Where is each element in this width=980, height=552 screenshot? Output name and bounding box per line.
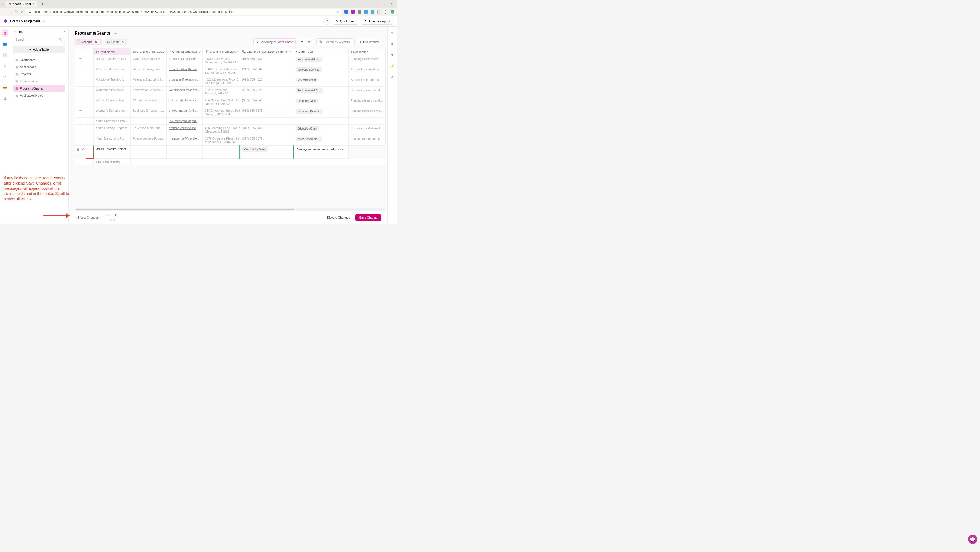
add-record-button[interactable]: + Add Record: [357, 39, 381, 45]
rail-edit-icon[interactable]: ✎: [2, 62, 8, 69]
col-granting-addr[interactable]: 📍 Granting organizati...⋯: [203, 48, 240, 56]
edit-type-cell[interactable]: Community Grant: [240, 145, 293, 159]
cell-addr[interactable]: 1802 Recovery Boulevard, SuSan Antonio, …: [203, 66, 240, 76]
table-row[interactable]: ⋯ Vocational Training for V... Veterans …: [75, 76, 386, 86]
table-item-applications[interactable]: ▦Applications: [13, 64, 65, 70]
row-more-icon[interactable]: ⋯: [75, 125, 86, 135]
back-button[interactable]: ←: [3, 10, 6, 14]
table-row[interactable]: ⋯ Youth Entrepreneurship I... incubator@…: [75, 118, 386, 125]
rail-tool-5-icon[interactable]: ✕: [389, 73, 396, 80]
star-icon[interactable]: ☆: [336, 10, 339, 14]
quick-view-button[interactable]: 👁 Quick View: [333, 18, 358, 25]
cell-org[interactable]: Freshwater Conservation...: [130, 86, 167, 97]
edit-org-cell[interactable]: Urban Forestry Project: [94, 145, 130, 159]
cell-phone[interactable]: (312) 555-8765: [240, 125, 293, 135]
cell-type[interactable]: Research Grant: [293, 97, 348, 107]
email-link[interactable]: entrepreneurship@busin...: [169, 109, 203, 112]
cell-addr[interactable]: 1579 Guidance Place, Suite 2Indianapolis…: [203, 135, 240, 145]
rail-tasks-icon[interactable]: ⟳: [2, 73, 8, 80]
row-checkbox[interactable]: [86, 107, 94, 118]
close-window-icon[interactable]: ×: [391, 2, 393, 6]
rail-tables-icon[interactable]: ▦: [2, 29, 8, 37]
prev-change-icon[interactable]: ‹: [75, 216, 76, 219]
cell-org[interactable]: Business Empowerment ...: [130, 107, 167, 118]
col-more-icon[interactable]: ⋯: [199, 50, 201, 53]
cell-email[interactable]: programs@veteranssupp...: [167, 76, 203, 86]
cell-phone[interactable]: (916) 555-1135: [240, 56, 293, 66]
cell-type[interactable]: Economic Develo...: [293, 107, 348, 118]
browser-tab[interactable]: ✱ Knack Builder ×: [6, 1, 37, 7]
cell-email[interactable]: research@globalbiodiver...: [167, 97, 203, 107]
extension-icon-1[interactable]: [345, 10, 348, 14]
cell-org[interactable]: Education First Foundation: [130, 125, 167, 135]
records-tab[interactable]: ☰ Records 59: [75, 39, 102, 45]
cell-desc[interactable]: Supporting mental health services and re…: [348, 66, 385, 76]
cell-email[interactable]: incubator@nextgenbusin...: [167, 118, 203, 125]
table-item-projects[interactable]: ▦Projects: [13, 71, 65, 77]
table-row[interactable]: ⋯ Urban Forestry Project Green Cities In…: [75, 56, 386, 66]
cell-addr[interactable]: [203, 118, 240, 125]
table-row[interactable]: ⋯ Watershed Protection Freshwater Conser…: [75, 86, 386, 97]
cell-grant-name[interactable]: Vocational Training for V...: [94, 76, 130, 86]
cell-type[interactable]: Veterans Service...: [293, 66, 348, 76]
cell-phone[interactable]: (317) 555-1579: [240, 135, 293, 145]
cell-type[interactable]: Veterans Grant: [293, 76, 348, 86]
sidebar-search-input[interactable]: Search 🔍: [13, 36, 65, 43]
cell-grant-name[interactable]: Youth Entrepreneurship I...: [94, 118, 130, 125]
col-more-icon[interactable]: ⋯: [345, 50, 347, 53]
discard-changes-button[interactable]: Discard Changes: [324, 214, 353, 221]
rail-tool-2-icon[interactable]: ≡: [389, 40, 396, 48]
cell-email[interactable]: mentalhealth@heroeshe...: [167, 66, 203, 76]
row-checkbox[interactable]: [86, 97, 94, 107]
table-row[interactable]: ⋯ Youth Mentorship Program Future Leader…: [75, 135, 386, 145]
col-grant-name[interactable]: ≡ Grant Name⋯: [94, 48, 130, 56]
cell-phone[interactable]: (303) 555-2345: [240, 97, 293, 107]
table-item-transactions[interactable]: ▦Transactions: [13, 78, 65, 85]
edit-email-cell[interactable]: [130, 145, 167, 159]
col-more-icon[interactable]: ⋯: [236, 50, 239, 53]
email-link[interactable]: programs@veteranssupp...: [169, 78, 203, 81]
extensions-icon[interactable]: ⊞: [377, 9, 381, 14]
row-checkbox[interactable]: [86, 125, 94, 135]
cell-phone[interactable]: (619) 555-4321: [240, 76, 293, 86]
cell-desc[interactable]: Supporting programs that assist veterans…: [348, 76, 385, 86]
cell-type[interactable]: Youth Developm...: [293, 135, 348, 145]
cell-grant-name[interactable]: Urban Forestry Project: [94, 56, 130, 66]
extension-icon-4[interactable]: [364, 10, 368, 14]
home-button[interactable]: ⌂: [21, 10, 23, 14]
email-link[interactable]: mentalhealth@heroeshe...: [169, 67, 203, 71]
edit-phone-cell[interactable]: [203, 145, 240, 159]
row-checkbox[interactable]: [86, 56, 94, 66]
close-tab-icon[interactable]: ×: [33, 2, 35, 6]
cell-grant-name[interactable]: Watershed Protection: [94, 86, 130, 97]
col-more-icon[interactable]: ⋯: [382, 50, 384, 53]
checkbox-header[interactable]: [86, 48, 94, 56]
cell-org[interactable]: [130, 118, 167, 125]
forward-button[interactable]: →: [9, 10, 13, 14]
minimize-icon[interactable]: —: [375, 2, 379, 6]
page-more-icon[interactable]: ⋯: [113, 30, 118, 36]
col-more-icon[interactable]: ⋯: [290, 50, 292, 53]
cell-phone[interactable]: [240, 118, 293, 125]
new-tab-button[interactable]: +: [40, 2, 45, 6]
fields-tab[interactable]: ▤ Fields 8: [105, 39, 127, 45]
app-dropdown-icon[interactable]: ▾: [43, 20, 44, 23]
cell-org[interactable]: Heroes Healing Foundation: [130, 66, 167, 76]
rail-tool-4-icon[interactable]: ⚡: [389, 62, 396, 69]
col-grant-type[interactable]: ▾ Grant Type⋯: [293, 48, 348, 56]
rail-tool-1-icon[interactable]: ✎: [389, 29, 396, 37]
row-more-icon[interactable]: ⋯: [75, 135, 86, 145]
cell-grant-name[interactable]: Youth Mentorship Program: [94, 135, 130, 145]
cell-addr[interactable]: 1135 Canopy LaneSacramento, CA 95814: [203, 56, 240, 66]
row-checkbox[interactable]: [86, 86, 94, 97]
horizontal-scrollbar[interactable]: [75, 208, 386, 211]
row-more-icon[interactable]: ⋯: [75, 118, 86, 125]
cell-type[interactable]: [293, 118, 348, 125]
filter-button[interactable]: ▼ Filter: [298, 39, 314, 45]
help-button[interactable]: ?: [323, 18, 330, 25]
search-keyword-input[interactable]: 🔍 Search by keyword: [317, 38, 355, 45]
col-description[interactable]: ¶ Description⋯: [348, 48, 385, 56]
table-item-programs-grants[interactable]: ▦Programs/Grants⋯: [13, 85, 65, 92]
prev-error-icon[interactable]: ‹: [105, 214, 107, 217]
rail-users-icon[interactable]: 👥: [2, 40, 8, 48]
